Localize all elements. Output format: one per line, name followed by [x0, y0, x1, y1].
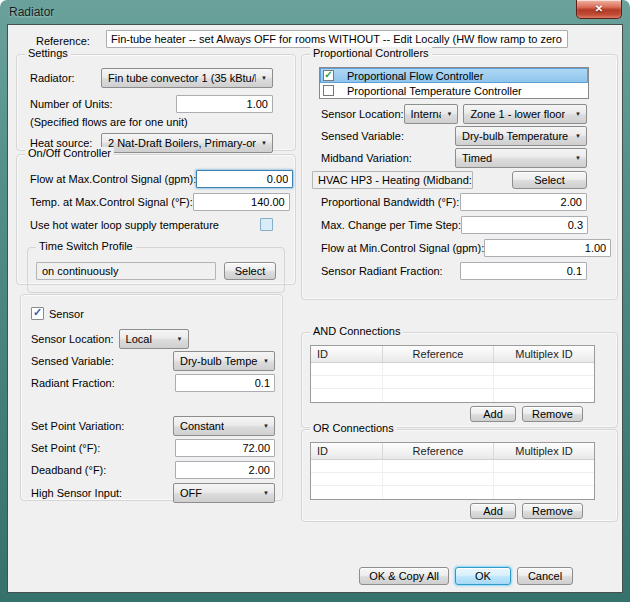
close-button[interactable]: ✕ — [576, 0, 622, 19]
prop-sensed-variable-value: Dry-bulb Temperature — [462, 130, 568, 142]
prop-sensed-variable-label: Sensed Variable: — [321, 130, 404, 142]
table-header-row: ID Reference Multiplex ID — [311, 346, 594, 363]
prop-sensor-location-value: Internal — [411, 108, 442, 120]
set-point-variation-dropdown[interactable]: Constant ▼ — [173, 416, 275, 436]
reference-label: Reference: — [36, 35, 90, 47]
heat-source-dropdown-value: 2 Nat-Draft Boilers, Primary-only HW l — [108, 137, 256, 149]
number-of-units-label: Number of Units: — [30, 98, 113, 110]
proportional-group-title: Proportional Controllers — [310, 47, 432, 59]
high-sensor-input-label: High Sensor Input: — [31, 487, 122, 499]
hw-loop-label: Use hot water loop supply temperature — [30, 219, 219, 231]
sensed-variable-value: Dry-bulb Temperatu — [180, 355, 258, 367]
time-switch-select-button[interactable]: Select — [224, 262, 276, 280]
and-connections-title: AND Connections — [310, 325, 403, 337]
radiator-label: Radiator: — [30, 72, 75, 84]
column-header-multiplex-id[interactable]: Multiplex ID — [494, 346, 594, 362]
reference-input[interactable] — [106, 30, 568, 48]
sensor-group: ✓ Sensor Sensor Location: Local ▼ Sensed… — [20, 294, 283, 501]
prop-sensed-variable-dropdown[interactable]: Dry-bulb Temperature ▼ — [455, 126, 587, 146]
temperature-controller-checkbox[interactable]: ✓ — [323, 85, 334, 96]
table-row[interactable] — [311, 363, 594, 376]
list-item-proportional-flow-controller[interactable]: ✓ Proportional Flow Controller — [320, 68, 588, 83]
proportional-controllers-list[interactable]: ✓ Proportional Flow Controller ✓ Proport… — [319, 67, 589, 99]
heat-source-dropdown[interactable]: 2 Nat-Draft Boilers, Primary-only HW l ▼ — [101, 133, 273, 153]
prop-zone-dropdown[interactable]: Zone 1 - lower floor ▼ — [463, 104, 587, 124]
list-item-label: Proportional Flow Controller — [347, 70, 483, 82]
cancel-button[interactable]: Cancel — [517, 567, 573, 585]
midband-variation-value: Timed — [462, 152, 492, 164]
column-header-reference[interactable]: Reference — [383, 443, 494, 459]
and-remove-button[interactable]: Remove — [522, 406, 583, 422]
table-row[interactable] — [311, 376, 594, 389]
time-switch-profile-group: Time Switch Profile on continuously Sele… — [27, 247, 285, 293]
radiator-dropdown[interactable]: Fin tube convector 1 (35 kBtu/h at 70 ▼ — [101, 68, 273, 88]
chevron-down-icon: ▼ — [263, 490, 269, 496]
or-remove-button[interactable]: Remove — [522, 503, 583, 519]
chevron-down-icon: ▼ — [263, 358, 269, 364]
table-row[interactable] — [311, 389, 594, 402]
set-point-label: Set Point (°F): — [31, 442, 100, 454]
table-row[interactable] — [311, 460, 594, 473]
temp-at-max-input[interactable] — [193, 193, 290, 211]
window-title: Radiator — [9, 5, 54, 19]
sensed-variable-label: Sensed Variable: — [31, 355, 114, 367]
proportional-controllers-group: Proportional Controllers ✓ Proportional … — [301, 54, 618, 300]
column-header-multiplex-id[interactable]: Multiplex ID — [494, 443, 594, 459]
close-icon: ✕ — [595, 3, 603, 14]
title-bar[interactable]: Radiator ✕ — [0, 0, 630, 24]
prop-sensor-location-label: Sensor Location: — [321, 108, 404, 120]
list-item-proportional-temperature-controller[interactable]: ✓ Proportional Temperature Controller — [320, 83, 588, 98]
flow-controller-checkbox[interactable]: ✓ — [323, 70, 334, 81]
sensor-location-dropdown[interactable]: Local ▼ — [119, 329, 189, 349]
deadband-input[interactable] — [175, 461, 275, 479]
or-connections-group: OR Connections ID Reference Multiplex ID… — [301, 429, 618, 522]
high-sensor-input-dropdown[interactable]: OFF ▼ — [173, 483, 275, 503]
chevron-down-icon: ▼ — [575, 155, 581, 161]
chevron-down-icon: ▼ — [177, 336, 183, 342]
chevron-down-icon: ▼ — [575, 111, 581, 117]
sensor-location-label: Sensor Location: — [31, 333, 114, 345]
radiant-fraction-input[interactable] — [175, 374, 275, 392]
ok-copy-all-button[interactable]: OK & Copy All — [359, 567, 449, 585]
midband-variation-dropdown[interactable]: Timed ▼ — [455, 148, 587, 168]
table-header-row: ID Reference Multiplex ID — [311, 443, 594, 460]
ok-button[interactable]: OK — [455, 567, 511, 585]
onoff-controller-group: On/Off Controller Flow at Max.Control Si… — [16, 154, 296, 285]
settings-group: Settings Radiator: Fin tube convector 1 … — [16, 54, 296, 151]
number-of-units-input[interactable] — [176, 95, 273, 113]
proportional-bandwidth-label: Proportional Bandwidth (°F): — [321, 196, 459, 208]
time-switch-title: Time Switch Profile — [36, 240, 136, 252]
onoff-group-title: On/Off Controller — [25, 147, 114, 159]
temp-at-max-label: Temp. at Max.Control Signal (°F): — [30, 196, 193, 208]
prop-sensor-location-dropdown[interactable]: Internal ▼ — [404, 104, 459, 124]
or-add-button[interactable]: Add — [470, 503, 516, 519]
sensor-radiant-fraction-label: Sensor Radiant Fraction: — [321, 265, 443, 277]
midband-profile-select-button[interactable]: Select — [512, 171, 587, 189]
flow-at-max-input[interactable] — [196, 170, 293, 188]
sensed-variable-dropdown[interactable]: Dry-bulb Temperatu ▼ — [173, 351, 275, 371]
and-connections-table[interactable]: ID Reference Multiplex ID — [310, 345, 595, 403]
list-item-label: Proportional Temperature Controller — [347, 85, 522, 97]
chevron-down-icon: ▼ — [261, 140, 267, 146]
chevron-down-icon: ▼ — [261, 75, 267, 81]
column-header-reference[interactable]: Reference — [383, 346, 494, 362]
sensor-checkbox-label: Sensor — [49, 308, 84, 320]
table-row[interactable] — [311, 473, 594, 486]
proportional-bandwidth-input[interactable] — [460, 193, 587, 211]
footer-buttons: OK & Copy All OK Cancel — [8, 567, 622, 585]
and-add-button[interactable]: Add — [470, 406, 516, 422]
or-connections-table[interactable]: ID Reference Multiplex ID — [310, 442, 595, 500]
time-switch-value: on continuously — [36, 262, 216, 280]
set-point-input[interactable] — [175, 439, 275, 457]
column-header-id[interactable]: ID — [311, 346, 383, 362]
max-change-input[interactable] — [461, 216, 588, 234]
units-note: (Specified flows are for one unit) — [30, 116, 295, 128]
table-row[interactable] — [311, 486, 594, 499]
flow-at-min-input[interactable] — [484, 239, 611, 257]
sensor-radiant-fraction-input[interactable] — [460, 262, 587, 280]
settings-group-title: Settings — [25, 47, 71, 59]
flow-at-max-label: Flow at Max.Control Signal (gpm): — [30, 173, 196, 185]
column-header-id[interactable]: ID — [311, 443, 383, 459]
hw-loop-checkbox[interactable]: ✓ — [260, 218, 273, 231]
sensor-checkbox[interactable]: ✓ — [31, 307, 44, 320]
